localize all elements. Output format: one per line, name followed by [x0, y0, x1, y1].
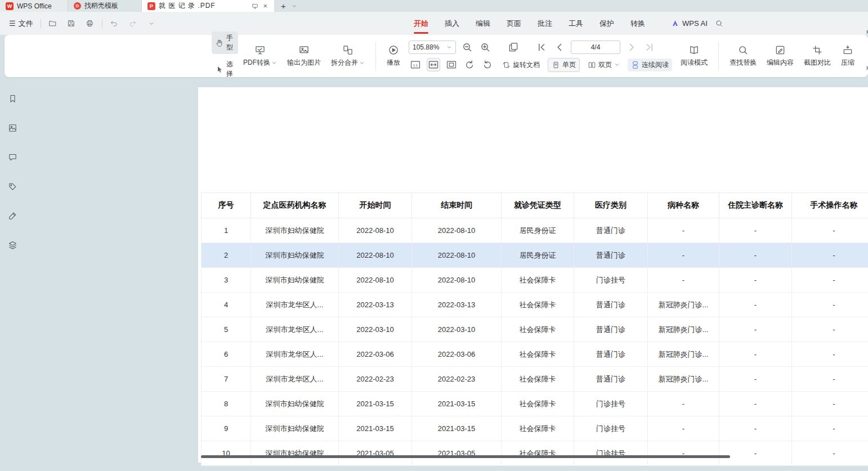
table-cell: - [719, 317, 792, 342]
compress-label: 压缩 [841, 58, 854, 68]
table-body: 1深圳市妇幼保健院2022-08-102022-08-10居民身份证普通门诊--… [202, 218, 868, 466]
menu-tab-转换[interactable]: 转换 [630, 12, 645, 35]
menu-tab-页面[interactable]: 页面 [507, 12, 521, 35]
table-row: 10深圳市妇幼保健院2021-03-052021-03-05社会保障卡门诊挂号-… [202, 441, 868, 466]
pdf-convert-button[interactable]: PDF转换 [238, 42, 282, 70]
bookmarks-panel-button[interactable] [5, 91, 20, 106]
table-cell: - [719, 416, 792, 441]
hand-tool-button[interactable]: 手型 [212, 32, 238, 54]
tag-icon [8, 182, 17, 191]
table-cell: - [792, 416, 868, 441]
tab-list-chevron-icon[interactable] [292, 3, 297, 9]
layers-panel-button[interactable] [5, 237, 20, 253]
rotate-right-button[interactable] [481, 58, 494, 71]
table-cell: 深圳市龙华区人... [251, 317, 339, 342]
edit-content-button[interactable]: 编辑内容 [762, 42, 799, 70]
last-page-button[interactable] [643, 41, 656, 54]
read-mode-button[interactable]: 阅读模式 [675, 42, 713, 70]
horizontal-scrollbar[interactable] [201, 455, 730, 458]
fit-width-icon [428, 59, 439, 70]
table-cell: 门诊挂号 [574, 441, 648, 466]
signature-panel-button[interactable] [5, 208, 20, 223]
table-cell: - [792, 342, 868, 367]
redo-button[interactable] [126, 17, 140, 30]
cast-to-device-icon[interactable] [252, 3, 258, 10]
compress-icon [842, 44, 853, 56]
split-merge-button[interactable]: 拆分合并 [326, 42, 370, 70]
menu-tab-开始[interactable]: 开始 [414, 12, 428, 35]
play-button[interactable]: 播放 [382, 42, 405, 70]
page-indicator-input[interactable]: 4/4 [571, 41, 620, 54]
menu-tab-插入[interactable]: 插入 [445, 12, 459, 35]
table-cell: 新冠肺炎门诊... [648, 317, 719, 342]
file-menu-button[interactable]: ☰ 文件 [7, 19, 35, 29]
next-page-button[interactable] [625, 41, 638, 54]
select-tool-button[interactable]: 选择 [212, 58, 238, 80]
thumbnail-icon [8, 123, 17, 133]
word-translate-button[interactable]: 划词翻译 [862, 48, 868, 90]
table-cell: 6 [202, 342, 251, 367]
export-image-button[interactable]: 输出为图片 [282, 42, 326, 70]
play-label: 播放 [387, 58, 400, 68]
screenshot-compare-button[interactable]: 截图对比 [799, 42, 836, 70]
table-cell: - [719, 243, 792, 268]
compress-button[interactable]: 压缩 [836, 42, 860, 70]
actual-size-icon [410, 59, 421, 70]
fit-width-button[interactable] [427, 58, 440, 71]
tab-document[interactable]: P 就 医 记 录 .PDF × [142, 0, 274, 12]
undo-history-button[interactable] [145, 17, 158, 30]
comments-panel-button[interactable] [5, 149, 20, 165]
continuous-read-button[interactable]: 连续阅读 [628, 59, 672, 71]
tab-wps-office[interactable]: W WPS Office [0, 0, 68, 12]
single-page-button[interactable]: 单页 [548, 58, 580, 72]
new-tab-button[interactable]: + [281, 1, 286, 11]
screenshot-compare-icon [812, 44, 823, 56]
thumbnails-panel-button[interactable] [5, 120, 20, 136]
double-page-button[interactable]: 双页 [584, 59, 623, 71]
menu-tab-工具[interactable]: 工具 [569, 12, 583, 35]
left-sidebar [0, 77, 25, 471]
zoom-select[interactable]: 105.88% [409, 41, 456, 54]
undo-button[interactable] [108, 17, 121, 30]
menu-tab-保护[interactable]: 保护 [599, 12, 614, 35]
rotate-document-button[interactable]: 旋转文档 [499, 59, 543, 71]
fit-page-button[interactable] [445, 58, 458, 71]
zoom-out-button[interactable] [460, 41, 474, 54]
table-cell: - [648, 218, 719, 243]
table-cell: 社会保障卡 [502, 392, 574, 416]
open-file-button[interactable] [46, 17, 60, 30]
table-cell: 3 [202, 268, 251, 293]
close-tab-icon[interactable]: × [262, 2, 269, 10]
table-cell: - [792, 392, 868, 416]
annotations-panel-button[interactable] [5, 178, 20, 194]
extract-page-button[interactable] [507, 41, 520, 54]
hamburger-icon: ☰ [9, 19, 16, 28]
find-replace-button[interactable]: 查找替换 [724, 42, 762, 70]
previous-page-button[interactable] [553, 41, 566, 54]
full-translate-icon [865, 29, 868, 38]
full-translate-button[interactable]: 全文翻译 [862, 22, 868, 44]
print-button[interactable] [83, 17, 97, 30]
rotate-left-button[interactable] [463, 58, 476, 71]
last-page-icon [644, 42, 655, 53]
first-page-button[interactable] [535, 41, 548, 54]
medical-records-table: 序号定点医药机构名称开始时间结束时间就诊凭证类型医疗类别病种名称住院主诊断名称手… [201, 192, 868, 466]
menu-tab-编辑[interactable]: 编辑 [476, 12, 490, 35]
table-cell: 新冠肺炎门诊... [648, 367, 719, 392]
global-search-button[interactable] [715, 19, 723, 28]
save-button[interactable] [65, 17, 78, 30]
save-icon [67, 19, 75, 28]
table-cell: 2022-03-13 [339, 293, 412, 317]
actual-size-button[interactable] [409, 58, 422, 71]
table-cell: 2021-03-15 [339, 416, 412, 441]
double-page-label: 双页 [598, 60, 612, 70]
double-page-icon [588, 61, 596, 69]
extract-page-icon [508, 42, 519, 53]
zoom-in-button[interactable] [478, 41, 492, 54]
table-row: 9深圳市妇幼保健院2021-03-152021-03-15社会保障卡门诊挂号--… [202, 416, 868, 441]
tab-docer[interactable]: D 找稻壳模板 [68, 0, 142, 12]
table-cell: 1 [202, 218, 251, 243]
menu-tab-批注[interactable]: 批注 [538, 12, 552, 35]
table-cell: 社会保障卡 [502, 317, 574, 342]
wps-ai-button[interactable]: WPS AI [671, 19, 708, 28]
